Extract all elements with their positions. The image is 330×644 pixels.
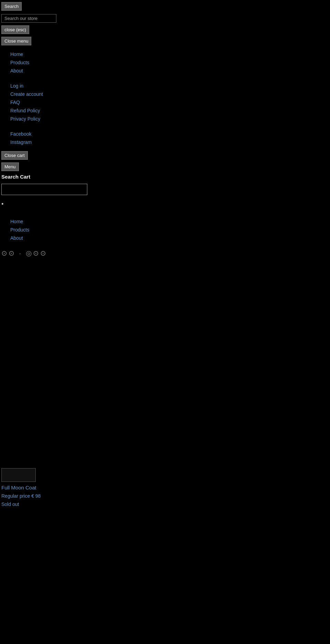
cart-search-row	[0, 181, 330, 198]
main-nav: Home Products About	[0, 47, 330, 78]
nav-link-refund-policy[interactable]: Refund Policy	[10, 106, 330, 115]
close-menu-button[interactable]: Close menu	[1, 37, 31, 45]
nav-link-privacy-policy[interactable]: Privacy Policy	[10, 115, 330, 123]
close-esc-button[interactable]: close (esc)	[1, 25, 29, 34]
nav-link-login[interactable]: Log in	[10, 82, 330, 90]
account-section: Log in Create account FAQ Refund Policy …	[0, 78, 330, 126]
menu-button[interactable]: Menu	[1, 162, 19, 171]
menu-row: Menu	[0, 161, 330, 172]
sold-out-label: Sold out	[0, 500, 330, 508]
price-value: € 98	[31, 493, 41, 499]
spacer-1	[0, 261, 330, 467]
close-cart-button[interactable]: Close cart	[1, 151, 28, 160]
nav-link-instagram[interactable]: Instagram	[10, 138, 330, 146]
regular-price-label: Regular price	[1, 493, 30, 499]
close-menu-row: Close menu	[0, 35, 330, 47]
nav-link-faq[interactable]: FAQ	[10, 98, 330, 106]
social-icons: ⊙⊙ · ◎⊙⊙	[0, 246, 330, 261]
search-input-row	[0, 13, 330, 24]
search-input[interactable]	[1, 14, 56, 23]
cart-search-input[interactable]	[1, 184, 87, 195]
nav-link-facebook[interactable]: Facebook	[10, 130, 330, 138]
footer-nav-link-about[interactable]: About	[10, 234, 330, 242]
product-image	[1, 468, 36, 482]
nav-link-home[interactable]: Home	[10, 50, 330, 58]
product-title[interactable]: Full Moon Coat	[0, 483, 330, 492]
bullet-point: •	[0, 198, 330, 211]
footer-nav-link-products[interactable]: Products	[10, 226, 330, 234]
nav-link-products[interactable]: Products	[10, 58, 330, 67]
close-cart-row: Close cart	[0, 150, 330, 161]
close-esc-row: close (esc)	[0, 24, 330, 35]
footer-nav: Home Products About	[0, 211, 330, 246]
search-cart-title: Search Cart	[0, 172, 330, 181]
footer-nav-link-home[interactable]: Home	[10, 217, 330, 226]
social-section: Facebook Instagram	[0, 126, 330, 150]
search-button[interactable]: Search	[1, 2, 22, 11]
search-button-row: Search	[0, 0, 330, 13]
nav-link-create-account[interactable]: Create account	[10, 90, 330, 98]
bottom-spacer	[0, 508, 330, 644]
nav-link-about[interactable]: About	[10, 67, 330, 75]
product-price: Regular price € 98	[0, 492, 330, 500]
